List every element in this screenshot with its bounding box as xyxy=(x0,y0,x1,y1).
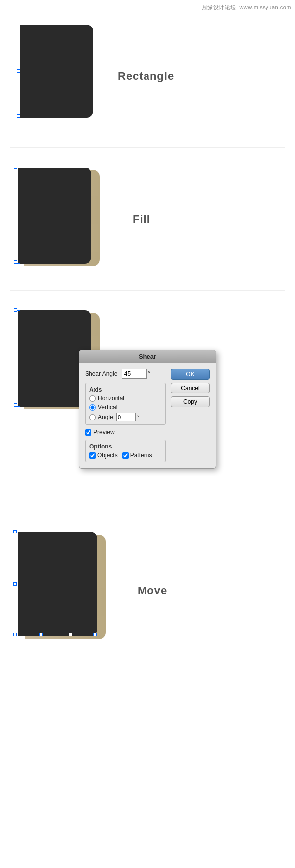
rectangle-section: Rectangle xyxy=(0,0,295,147)
angle-input[interactable] xyxy=(116,413,136,421)
objects-label: Objects xyxy=(97,452,118,459)
shear-handle-bl xyxy=(14,403,17,407)
angle-radio[interactable] xyxy=(89,414,96,420)
patterns-label: Patterns xyxy=(130,452,152,459)
cancel-button[interactable]: Cancel xyxy=(171,383,210,393)
dialog-left-panel: Shear Angle: ° Axis Horizontal V xyxy=(85,369,166,462)
fill-handle-ml xyxy=(14,214,17,217)
move-handle-bl3 xyxy=(69,633,72,636)
move-handle-tl xyxy=(13,530,17,533)
shear-section-wrap: Shear Shear Shear Angle: ° Axis xyxy=(0,291,295,512)
horizontal-radio-row: Horizontal xyxy=(89,395,161,402)
options-check-row: Objects Patterns xyxy=(89,452,161,459)
move-cover xyxy=(18,532,97,636)
move-label: Move xyxy=(138,585,167,597)
dialog-right-panel: OK Cancel Copy xyxy=(171,369,210,462)
rectangle-book xyxy=(10,25,98,128)
shear-dialog-overlay: Shear Shear Angle: ° Axis Horizontal xyxy=(79,350,216,469)
fill-section: Fill xyxy=(0,148,295,290)
vertical-radio-row: Vertical xyxy=(89,404,161,411)
angle-label: Angle: xyxy=(98,414,115,420)
angle-radio-row: Angle: ° xyxy=(89,413,161,421)
copy-button[interactable]: Copy xyxy=(171,396,210,407)
vertical-label: Vertical xyxy=(98,404,117,411)
vertical-radio[interactable] xyxy=(89,404,96,411)
shear-angle-row: Shear Angle: ° xyxy=(85,369,166,379)
move-book-wrap xyxy=(10,532,118,650)
move-handle-bl2 xyxy=(39,633,43,636)
objects-checkbox[interactable] xyxy=(89,452,96,459)
fill-book-wrap xyxy=(10,168,113,271)
ok-button[interactable]: OK xyxy=(171,369,210,380)
horizontal-radio[interactable] xyxy=(89,395,96,402)
fill-handle-bl xyxy=(14,260,17,264)
axis-group: Axis Horizontal Vertical Angle: xyxy=(85,383,166,425)
book-cover xyxy=(18,168,91,264)
preview-checkbox[interactable] xyxy=(85,429,91,436)
fill-handle-tl xyxy=(14,166,17,169)
move-section: Move xyxy=(0,512,295,670)
shear-angle-label: Shear Angle: xyxy=(85,370,119,377)
patterns-check-wrap: Patterns xyxy=(122,452,152,459)
degree-symbol: ° xyxy=(148,370,150,377)
angle-degree: ° xyxy=(137,414,140,420)
axis-label: Axis xyxy=(89,386,161,393)
preview-row: Preview xyxy=(85,429,166,436)
preview-label: Preview xyxy=(93,429,115,436)
fill-label: Fill xyxy=(133,213,150,225)
shear-dialog: Shear Shear Angle: ° Axis Horizontal xyxy=(79,350,216,469)
dialog-body: Shear Angle: ° Axis Horizontal V xyxy=(79,363,216,468)
move-handle-bl xyxy=(13,633,17,636)
horizontal-label: Horizontal xyxy=(98,395,124,402)
options-label: Options xyxy=(89,443,161,450)
shear-handle-tl xyxy=(14,308,17,312)
shear-angle-input[interactable] xyxy=(122,369,147,379)
shear-handle-ml xyxy=(14,357,17,360)
options-group: Options Objects Patterns xyxy=(85,440,166,462)
objects-check-wrap: Objects xyxy=(89,452,118,459)
book-body xyxy=(20,25,93,118)
patterns-checkbox[interactable] xyxy=(122,452,129,459)
move-handle-bl4 xyxy=(93,633,97,636)
move-handle-ml xyxy=(13,582,17,586)
dialog-title: Shear xyxy=(79,350,216,363)
rectangle-label: Rectangle xyxy=(118,70,174,83)
